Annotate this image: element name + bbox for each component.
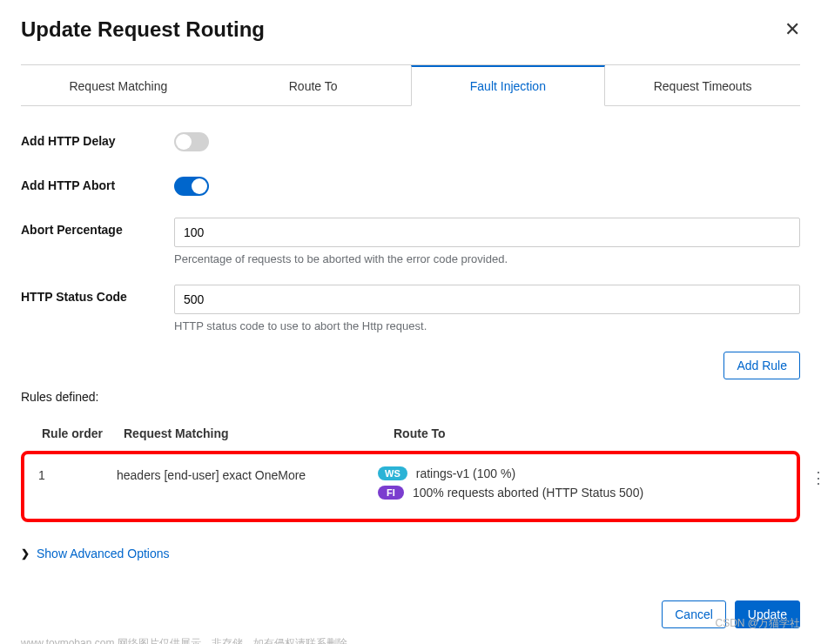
tabs: Request Matching Route To Fault Injectio… bbox=[21, 64, 800, 106]
col-order-header: Rule order bbox=[42, 426, 124, 440]
delay-label: Add HTTP Delay bbox=[21, 129, 174, 148]
add-rule-button[interactable]: Add Rule bbox=[723, 352, 800, 379]
col-route-header: Route To bbox=[394, 426, 779, 440]
status-code-input[interactable] bbox=[174, 285, 800, 314]
advanced-label: Show Advanced Options bbox=[37, 547, 170, 560]
abort-pct-input[interactable] bbox=[174, 218, 800, 247]
abort-toggle[interactable] bbox=[174, 177, 209, 196]
route-fi-text: 100% requests aborted (HTTP Status 500) bbox=[413, 486, 643, 500]
rules-header: Rule order Request Matching Route To bbox=[21, 416, 800, 451]
tab-route-to[interactable]: Route To bbox=[216, 65, 411, 106]
tab-fault-injection[interactable]: Fault Injection bbox=[411, 65, 606, 106]
rule-highlight-box: 1 headers [end-user] exact OneMore WS ra… bbox=[21, 451, 800, 522]
ws-badge: WS bbox=[378, 466, 407, 480]
table-row: 1 headers [end-user] exact OneMore WS ra… bbox=[38, 466, 783, 505]
status-code-label: HTTP Status Code bbox=[21, 285, 174, 304]
col-matching-header: Request Matching bbox=[124, 426, 394, 440]
fi-badge: FI bbox=[378, 486, 404, 500]
show-advanced-toggle[interactable]: ❯ Show Advanced Options bbox=[21, 547, 800, 560]
abort-pct-help: Percentage of requests to be aborted wit… bbox=[174, 252, 800, 265]
route-ws-text: ratings-v1 (100 %) bbox=[416, 466, 515, 480]
kebab-icon[interactable]: ⋮ bbox=[811, 468, 821, 487]
rule-order-value: 1 bbox=[38, 466, 117, 482]
chevron-right-icon: ❯ bbox=[21, 547, 30, 560]
abort-pct-label: Abort Percentage bbox=[21, 218, 174, 237]
status-code-help: HTTP status code to use to abort the Htt… bbox=[174, 319, 800, 332]
rules-title: Rules defined: bbox=[21, 390, 800, 404]
page-title: Update Request Routing bbox=[21, 17, 265, 42]
footer-note: www.toymoban.com 网络图片仅供展示，非存储，如有侵权请联系删除。 bbox=[21, 636, 800, 644]
rule-matching-value: headers [end-user] exact OneMore bbox=[117, 466, 378, 482]
tab-request-matching[interactable]: Request Matching bbox=[21, 65, 216, 106]
close-icon[interactable]: ✕ bbox=[784, 18, 800, 41]
tab-request-timeouts[interactable]: Request Timeouts bbox=[605, 65, 800, 106]
delay-toggle[interactable] bbox=[174, 132, 209, 151]
abort-label: Add HTTP Abort bbox=[21, 173, 174, 192]
